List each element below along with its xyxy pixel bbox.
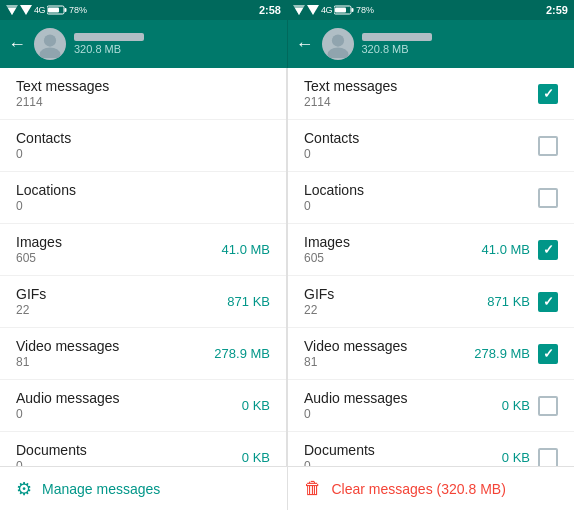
right-item-count-5: 81 [304, 355, 474, 369]
left-contact-name [74, 33, 144, 41]
left-item-title-4: GIFs [16, 286, 227, 302]
clear-messages-label: Clear messages (320.8 MB) [332, 481, 506, 497]
right-footer[interactable]: 🗑 Clear messages (320.8 MB) [288, 467, 575, 510]
left-time: 2:58 [259, 4, 281, 16]
right-contact-name [362, 33, 432, 41]
left-list-item[interactable]: Locations 0 [0, 172, 286, 224]
right-item-count-2: 0 [304, 199, 538, 213]
left-panel: Text messages 2114 Contacts 0 Locations … [0, 68, 287, 466]
right-item-count-0: 2114 [304, 95, 538, 109]
right-item-count-4: 22 [304, 303, 487, 317]
left-list-item[interactable]: Text messages 2114 [0, 68, 286, 120]
right-list-item[interactable]: Audio messages 0 0 KB [288, 380, 574, 432]
left-item-size-6: 0 KB [242, 398, 270, 413]
right-item-checkbox-5[interactable] [538, 344, 558, 364]
right-header: ← 320.8 MB [288, 20, 575, 68]
right-item-checkbox-0[interactable] [538, 84, 558, 104]
right-status-icons: 4G 78% [293, 5, 374, 15]
right-list-item[interactable]: GIFs 22 871 KB [288, 276, 574, 328]
right-item-title-3: Images [304, 234, 482, 250]
left-item-content-6: Audio messages 0 [16, 390, 242, 421]
right-item-title-7: Documents [304, 442, 502, 458]
left-item-title-5: Video messages [16, 338, 214, 354]
left-header-info: 320.8 MB [74, 33, 144, 55]
right-header-info: 320.8 MB [362, 33, 432, 55]
right-item-count-3: 605 [304, 251, 482, 265]
left-item-count-4: 22 [16, 303, 227, 317]
svg-rect-5 [48, 8, 59, 13]
left-list-item[interactable]: Contacts 0 [0, 120, 286, 172]
right-item-count-7: 0 [304, 459, 502, 466]
svg-marker-8 [307, 5, 319, 15]
right-item-checkbox-6[interactable] [538, 396, 558, 416]
svg-point-13 [40, 48, 61, 59]
left-item-content-0: Text messages 2114 [16, 78, 270, 109]
left-item-count-7: 0 [16, 459, 242, 466]
right-storage-size: 320.8 MB [362, 43, 432, 55]
left-list-item[interactable]: Images 605 41.0 MB [0, 224, 286, 276]
left-back-button[interactable]: ← [8, 34, 26, 55]
right-item-checkbox-4[interactable] [538, 292, 558, 312]
svg-rect-4 [65, 8, 67, 12]
left-item-count-2: 0 [16, 199, 270, 213]
svg-rect-11 [335, 8, 346, 13]
right-item-content-4: GIFs 22 [304, 286, 487, 317]
left-list-item[interactable]: Documents 0 0 KB [0, 432, 286, 466]
left-storage-size: 320.8 MB [74, 43, 144, 55]
right-item-size-6: 0 KB [502, 398, 530, 413]
left-item-size-4: 871 KB [227, 294, 270, 309]
right-item-title-2: Locations [304, 182, 538, 198]
right-list-item[interactable]: Contacts 0 [288, 120, 574, 172]
right-item-count-1: 0 [304, 147, 538, 161]
right-item-content-3: Images 605 [304, 234, 482, 265]
svg-point-15 [327, 48, 348, 59]
right-back-button[interactable]: ← [296, 34, 314, 55]
right-item-content-5: Video messages 81 [304, 338, 474, 369]
left-item-title-0: Text messages [16, 78, 270, 94]
left-item-count-1: 0 [16, 147, 270, 161]
right-item-checkbox-7[interactable] [538, 448, 558, 467]
right-list-item[interactable]: Documents 0 0 KB [288, 432, 574, 466]
svg-point-12 [44, 34, 56, 46]
right-item-title-6: Audio messages [304, 390, 502, 406]
left-list-item[interactable]: GIFs 22 871 KB [0, 276, 286, 328]
right-item-content-2: Locations 0 [304, 182, 538, 213]
right-item-title-1: Contacts [304, 130, 538, 146]
right-avatar [322, 28, 354, 60]
left-footer[interactable]: ⚙ Manage messages [0, 467, 288, 510]
left-item-count-3: 605 [16, 251, 222, 265]
right-list-item[interactable]: Locations 0 [288, 172, 574, 224]
left-status-icons: 4G 78% [6, 5, 87, 15]
right-item-count-6: 0 [304, 407, 502, 421]
left-list-item[interactable]: Video messages 81 278.9 MB [0, 328, 286, 380]
right-item-checkbox-2[interactable] [538, 188, 558, 208]
right-list-item[interactable]: Video messages 81 278.9 MB [288, 328, 574, 380]
manage-messages-icon: ⚙ [16, 478, 32, 500]
right-panel: Text messages 2114 Contacts 0 Locations … [288, 68, 574, 466]
right-status-bar: 4G 78% 2:59 [287, 0, 574, 20]
right-item-checkbox-1[interactable] [538, 136, 558, 156]
clear-messages-icon: 🗑 [304, 478, 322, 499]
right-list-item[interactable]: Text messages 2114 [288, 68, 574, 120]
right-item-content-7: Documents 0 [304, 442, 502, 466]
right-item-checkbox-3[interactable] [538, 240, 558, 260]
right-item-title-4: GIFs [304, 286, 487, 302]
right-item-size-5: 278.9 MB [474, 346, 530, 361]
svg-marker-2 [20, 5, 32, 15]
left-item-content-7: Documents 0 [16, 442, 242, 466]
right-item-size-4: 871 KB [487, 294, 530, 309]
left-item-content-3: Images 605 [16, 234, 222, 265]
right-item-content-6: Audio messages 0 [304, 390, 502, 421]
right-list-item[interactable]: Images 605 41.0 MB [288, 224, 574, 276]
left-header: ← 320.8 MB [0, 20, 288, 68]
left-list-item[interactable]: Audio messages 0 0 KB [0, 380, 286, 432]
left-item-content-5: Video messages 81 [16, 338, 214, 369]
right-time: 2:59 [546, 4, 568, 16]
svg-point-14 [331, 34, 343, 46]
left-item-title-1: Contacts [16, 130, 270, 146]
svg-rect-10 [352, 8, 354, 12]
right-item-size-7: 0 KB [502, 450, 530, 465]
left-item-size-7: 0 KB [242, 450, 270, 465]
left-item-count-6: 0 [16, 407, 242, 421]
left-item-title-7: Documents [16, 442, 242, 458]
